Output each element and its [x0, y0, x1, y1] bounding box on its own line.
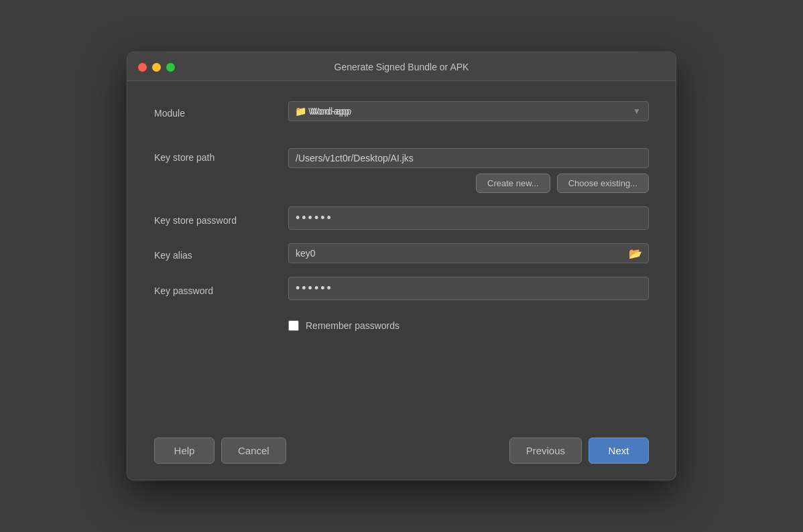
generate-signed-bundle-dialog: Generate Signed Bundle or APK Module Wor…: [127, 52, 676, 480]
next-button[interactable]: Next: [589, 438, 649, 464]
cancel-button[interactable]: Cancel: [221, 438, 286, 464]
key-password-label: Key password: [154, 281, 288, 296]
key-store-path-input[interactable]: [288, 148, 649, 168]
title-bar: Generate Signed Bundle or APK: [127, 52, 676, 81]
key-store-password-input[interactable]: [288, 206, 649, 230]
window-controls: [138, 63, 175, 72]
module-label: Module: [154, 104, 288, 119]
dialog-body: Module Word-app 📁 ▼ Word-app Key store p…: [127, 81, 676, 427]
key-store-password-label: Key store password: [154, 211, 288, 226]
minimize-button[interactable]: [152, 63, 161, 72]
remember-passwords-row: Remember passwords: [288, 320, 649, 331]
remember-passwords-checkbox[interactable]: [288, 320, 299, 331]
close-button[interactable]: [138, 63, 147, 72]
dialog-footer: Help Cancel Previous Next: [127, 427, 676, 480]
help-button[interactable]: Help: [154, 438, 214, 464]
footer-right: Previous Next: [509, 438, 649, 464]
choose-existing-button[interactable]: Choose existing...: [557, 174, 649, 193]
key-alias-input[interactable]: [288, 243, 649, 263]
key-password-row: Key password: [154, 277, 649, 300]
key-password-input[interactable]: [288, 277, 649, 300]
key-store-password-row: Key store password: [154, 206, 649, 230]
module-dropdown-container: Word-app 📁 ▼ Word-app: [288, 101, 649, 121]
dialog-title: Generate Signed Bundle or APK: [334, 62, 469, 72]
key-alias-label: Key alias: [154, 246, 288, 261]
module-dropdown-icon: ▼: [633, 107, 641, 116]
module-select[interactable]: Word-app: [288, 101, 649, 121]
key-store-path-label: Key store path: [154, 148, 288, 163]
expand-button[interactable]: [166, 63, 175, 72]
footer-left: Help Cancel: [154, 438, 286, 464]
module-row: Module Word-app 📁 ▼ Word-app: [154, 101, 649, 121]
create-new-button[interactable]: Create new...: [476, 174, 550, 193]
module-folder-icon: 📁: [295, 106, 306, 117]
key-store-buttons: Create new... Choose existing...: [288, 174, 649, 193]
previous-button[interactable]: Previous: [509, 438, 582, 464]
key-alias-container: 📂: [288, 243, 649, 263]
key-alias-browse-icon[interactable]: 📂: [629, 247, 642, 260]
key-alias-row: Key alias 📂: [154, 243, 649, 263]
key-store-path-group: Create new... Choose existing...: [288, 148, 649, 193]
key-store-path-row: Key store path Create new... Choose exis…: [154, 148, 649, 193]
remember-passwords-label[interactable]: Remember passwords: [306, 320, 399, 331]
